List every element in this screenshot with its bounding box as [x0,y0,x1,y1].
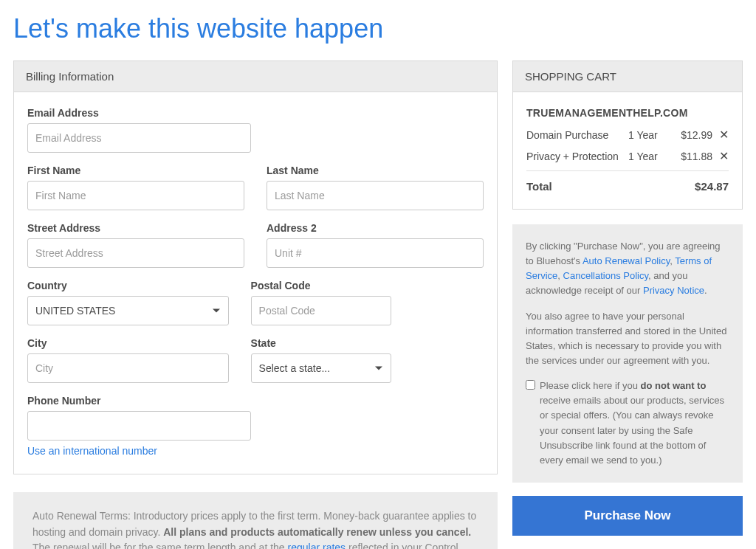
billing-heading: Billing Information [14,61,497,92]
regular-rates-link[interactable]: regular rates [288,542,346,549]
state-label: State [251,337,391,349]
street-label: Street Address [27,222,244,234]
email-optout-checkbox[interactable] [526,380,535,390]
first-name-field[interactable] [27,181,244,210]
cart-item-label: Domain Purchase [526,129,628,141]
cart-panel: SHOPPING CART TRUEMANAGEMENTHELP.COM Dom… [512,61,743,210]
phone-field[interactable] [27,411,251,441]
first-name-label: First Name [27,165,244,176]
cart-domain-name: TRUEMANAGEMENTHELP.COM [526,107,729,119]
city-label: City [27,337,229,349]
cart-total-label: Total [526,180,552,193]
street-field[interactable] [27,238,244,268]
purchase-now-button[interactable]: Purchase Now [512,496,743,536]
email-field[interactable] [27,123,251,153]
cart-item-term: 1 Year [628,129,671,141]
postal-label: Postal Code [251,280,391,291]
agreement-block: By clicking "Purchase Now", you are agre… [512,224,743,483]
cart-item-term: 1 Year [628,151,671,162]
email-label: Email Address [27,107,251,119]
page-title: Let's make this website happen [13,13,743,44]
country-label: Country [27,280,229,291]
billing-panel: Billing Information Email Address First … [13,61,498,474]
state-select[interactable]: Select a state... [251,353,391,383]
remove-item-icon[interactable]: ✕ [712,128,729,142]
auto-renewal-policy-link[interactable]: Auto Renewal Policy [583,255,670,266]
phone-label: Phone Number [27,395,251,407]
city-field[interactable] [27,353,229,383]
remove-item-icon[interactable]: ✕ [712,149,729,163]
cart-total-row: Total $24.87 [526,180,729,193]
privacy-notice-link[interactable]: Privacy Notice [643,285,704,296]
last-name-field[interactable] [267,181,484,210]
data-transfer-notice: You also agree to have your personal inf… [526,309,729,369]
cart-item-label: Privacy + Protection [526,151,628,162]
auto-renewal-terms: Auto Renewal Terms: Introductory prices … [13,492,498,549]
intl-number-link[interactable]: Use an international number [27,445,157,457]
cancellations-policy-link[interactable]: Cancellations Policy [563,270,648,281]
cart-total-value: $24.87 [695,180,729,193]
address2-field[interactable] [267,238,484,268]
cart-heading: SHOPPING CART [513,61,742,92]
cart-line-item: Domain Purchase 1 Year $12.99 ✕ [526,128,729,142]
divider [526,170,729,171]
address2-label: Address 2 [267,222,484,234]
cart-item-price: $11.88 [671,151,712,162]
cart-line-item: Privacy + Protection 1 Year $11.88 ✕ [526,149,729,163]
postal-field[interactable] [251,296,391,325]
last-name-label: Last Name [267,165,484,176]
email-optout-text: Please click here if you do not want to … [540,379,729,468]
country-select[interactable]: UNITED STATES [27,296,229,325]
cart-item-price: $12.99 [671,129,712,141]
